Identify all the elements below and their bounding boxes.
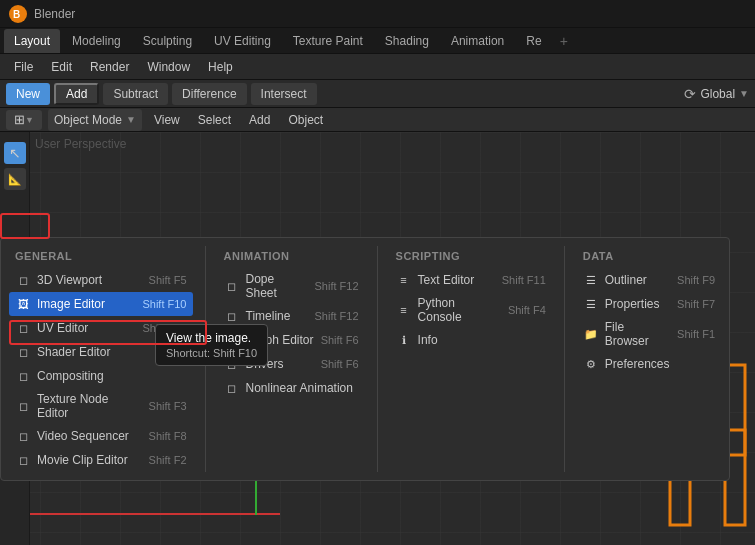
video-sequencer-icon: ◻ [15, 428, 31, 444]
properties-item[interactable]: ☰ Properties Shift F7 [577, 292, 721, 316]
preferences-icon: ⚙ [583, 356, 599, 372]
x-axis-line [30, 513, 280, 515]
menu-window[interactable]: Window [139, 57, 198, 77]
texture-node-icon: ◻ [15, 398, 31, 414]
blender-logo-icon: B [8, 4, 28, 24]
mode-dropdown-arrow: ▼ [126, 114, 136, 125]
svg-text:B: B [13, 9, 20, 20]
tooltip-shortcut: Shortcut: Shift F10 [166, 347, 257, 359]
outliner-icon: ☰ [583, 272, 599, 288]
add-workspace-button[interactable]: + [554, 33, 574, 49]
header-view[interactable]: View [148, 111, 186, 129]
info-icon: ℹ [396, 332, 412, 348]
preferences-item[interactable]: ⚙ Preferences [577, 352, 721, 376]
shader-editor-icon: ◻ [15, 344, 31, 360]
editor-type-button[interactable]: ⊞ ▼ [6, 110, 42, 130]
add-button[interactable]: Add [54, 83, 99, 105]
header-area: ⊞ ▼ Object Mode ▼ View Select Add Object [0, 108, 755, 132]
3d-viewport-item[interactable]: ◻ 3D Viewport Shift F5 [9, 268, 193, 292]
file-browser-item[interactable]: 📁 File Browser Shift F1 [577, 316, 721, 352]
viewport-perspective-label: User Perspective [35, 137, 126, 151]
general-header: General [9, 246, 193, 268]
object-mode-label: Object Mode [54, 113, 122, 127]
title-bar: B Blender [0, 0, 755, 28]
global-section: ⟳ Global ▼ [684, 86, 749, 102]
tab-animation[interactable]: Animation [441, 29, 514, 53]
col-divider-2 [377, 246, 378, 472]
dope-sheet-item[interactable]: ◻ Dope Sheet Shift F12 [218, 268, 365, 304]
text-editor-item[interactable]: ≡ Text Editor Shift F11 [390, 268, 552, 292]
tab-texture-paint[interactable]: Texture Paint [283, 29, 373, 53]
scripting-header: Scripting [390, 246, 552, 268]
video-sequencer-item[interactable]: ◻ Video Sequencer Shift F8 [9, 424, 193, 448]
compositing-icon: ◻ [15, 368, 31, 384]
header-add[interactable]: Add [243, 111, 276, 129]
python-console-item[interactable]: ≡ Python Console Shift F4 [390, 292, 552, 328]
outliner-item[interactable]: ☰ Outliner Shift F9 [577, 268, 721, 292]
data-header: Data [577, 246, 721, 268]
tab-shading[interactable]: Shading [375, 29, 439, 53]
workspace-tabs: Layout Modeling Sculpting UV Editing Tex… [0, 28, 755, 54]
animation-header: Animation [218, 246, 365, 268]
texture-node-editor-item[interactable]: ◻ Texture Node Editor Shift F3 [9, 388, 193, 424]
python-console-icon: ≡ [396, 302, 412, 318]
menu-edit[interactable]: Edit [43, 57, 80, 77]
subtract-button[interactable]: Subtract [103, 83, 168, 105]
file-browser-icon: 📁 [583, 326, 599, 342]
editor-type-arrow: ▼ [25, 115, 34, 125]
nonlinear-animation-item[interactable]: ◻ Nonlinear Animation [218, 376, 365, 400]
main-viewport: User Perspective ↖ 📐 General ◻ 3D Viewpo… [0, 132, 755, 545]
movie-clip-editor-item[interactable]: ◻ Movie Clip Editor Shift F2 [9, 448, 193, 472]
image-editor-tooltip: View the image. Shortcut: Shift F10 [155, 324, 268, 366]
compositing-item[interactable]: ◻ Compositing [9, 364, 193, 388]
intersect-button[interactable]: Intersect [251, 83, 317, 105]
menu-file[interactable]: File [6, 57, 41, 77]
nonlinear-icon: ◻ [224, 380, 240, 396]
editor-type-icon: ⊞ [14, 112, 25, 127]
image-editor-item[interactable]: 🖼 Image Editor Shift F10 [9, 292, 193, 316]
dope-sheet-icon: ◻ [224, 278, 240, 294]
info-item[interactable]: ℹ Info [390, 328, 552, 352]
menu-render[interactable]: Render [82, 57, 137, 77]
movie-clip-icon: ◻ [15, 452, 31, 468]
toolbar-row: New Add Subtract Difference Intersect ⟳ … [0, 80, 755, 108]
properties-icon: ☰ [583, 296, 599, 312]
timeline-icon: ◻ [224, 308, 240, 324]
tab-modeling[interactable]: Modeling [62, 29, 131, 53]
col-divider-3 [564, 246, 565, 472]
object-mode-dropdown[interactable]: Object Mode ▼ [48, 109, 142, 131]
new-button[interactable]: New [6, 83, 50, 105]
data-column: Data ☰ Outliner Shift F9 ☰ Properties Sh… [569, 246, 729, 472]
app-title: Blender [34, 7, 75, 21]
ruler-tool[interactable]: 📐 [4, 168, 26, 190]
difference-button[interactable]: Difference [172, 83, 246, 105]
tab-sculpting[interactable]: Sculpting [133, 29, 202, 53]
global-icon: ⟳ [684, 86, 696, 102]
uv-editor-icon: ◻ [15, 320, 31, 336]
header-object[interactable]: Object [282, 111, 329, 129]
image-editor-icon: 🖼 [15, 296, 31, 312]
tab-rendering[interactable]: Re [516, 29, 551, 53]
tooltip-title: View the image. [166, 331, 257, 345]
text-editor-icon: ≡ [396, 272, 412, 288]
tab-layout[interactable]: Layout [4, 29, 60, 53]
3d-viewport-icon: ◻ [15, 272, 31, 288]
scripting-column: Scripting ≡ Text Editor Shift F11 ≡ Pyth… [382, 246, 560, 472]
header-select[interactable]: Select [192, 111, 237, 129]
menu-help[interactable]: Help [200, 57, 241, 77]
global-label: Global [700, 87, 735, 101]
menu-bar: File Edit Render Window Help [0, 54, 755, 80]
global-dropdown-icon[interactable]: ▼ [739, 88, 749, 99]
cursor-tool[interactable]: ↖ [4, 142, 26, 164]
tab-uv-editing[interactable]: UV Editing [204, 29, 281, 53]
editor-type-dropdown: General ◻ 3D Viewport Shift F5 🖼 Image E… [0, 237, 730, 481]
